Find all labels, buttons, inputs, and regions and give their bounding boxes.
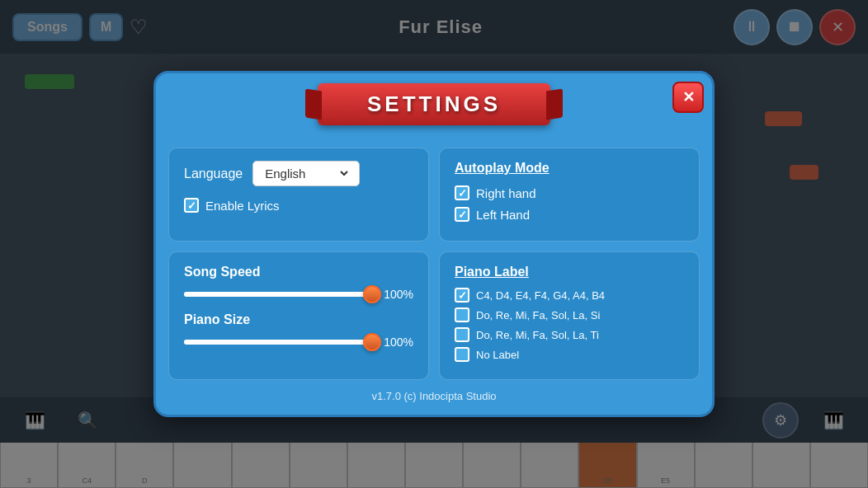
autoplay-title: Autoplay Mode bbox=[455, 161, 684, 176]
settings-header: SETTINGS bbox=[156, 73, 712, 135]
piano-size-thumb[interactable] bbox=[363, 333, 381, 351]
enable-lyrics-checkbox[interactable] bbox=[184, 198, 199, 213]
settings-close-button[interactable]: ✕ bbox=[672, 82, 704, 113]
piano-label-title: Piano Label bbox=[455, 265, 684, 279]
settings-ribbon: SETTINGS bbox=[318, 83, 550, 125]
song-speed-slider-row: 100% bbox=[184, 288, 413, 301]
piano-label-option-1: Do, Re, Mi, Fa, Sol, La, Si bbox=[455, 307, 684, 322]
autoplay-panel: Autoplay Mode Right hand Left Hand bbox=[439, 148, 700, 242]
settings-footer: v1.7.0 (c) Indocipta Studio bbox=[156, 390, 712, 402]
autoplay-right-hand-row: Right hand bbox=[455, 185, 684, 200]
language-select-wrapper: English Español Français Deutsch 中文 日本語 bbox=[252, 161, 360, 186]
speed-panel: Song Speed 100% Piano Size 100% bbox=[168, 251, 429, 380]
piano-label-checkbox-0[interactable] bbox=[455, 288, 469, 303]
piano-size-track bbox=[184, 340, 372, 345]
piano-label-option-3: No Label bbox=[455, 347, 684, 362]
song-speed-track bbox=[184, 292, 372, 297]
piano-label-checkbox-3[interactable] bbox=[455, 347, 469, 362]
piano-label-option-2: Do, Re, Mi, Fa, Sol, La, Ti bbox=[455, 327, 684, 342]
piano-label-checkbox-2[interactable] bbox=[455, 327, 469, 342]
song-speed-title: Song Speed bbox=[184, 265, 413, 279]
settings-dialog: ✕ SETTINGS Language English Español Fran… bbox=[153, 71, 715, 417]
piano-size-slider-row: 100% bbox=[184, 336, 413, 349]
autoplay-left-hand-row: Left Hand bbox=[455, 207, 684, 222]
piano-size-fill bbox=[184, 340, 372, 345]
song-speed-thumb[interactable] bbox=[363, 285, 381, 303]
enable-lyrics-row: Enable Lyrics bbox=[184, 198, 413, 213]
language-panel: Language English Español Français Deutsc… bbox=[168, 148, 429, 242]
piano-label-text-3: No Label bbox=[476, 349, 519, 361]
language-row: Language English Español Français Deutsc… bbox=[184, 161, 413, 186]
settings-title: SETTINGS bbox=[367, 92, 501, 116]
right-hand-checkbox[interactable] bbox=[455, 185, 469, 200]
language-label: Language bbox=[184, 167, 243, 181]
piano-label-checkbox-1[interactable] bbox=[455, 307, 469, 322]
settings-content: Language English Español Français Deutsc… bbox=[156, 148, 712, 380]
piano-label-text-0: C4, D4, E4, F4, G4, A4, B4 bbox=[476, 289, 605, 302]
piano-label-option-0: C4, D4, E4, F4, G4, A4, B4 bbox=[455, 288, 684, 303]
enable-lyrics-label: Enable Lyrics bbox=[205, 199, 280, 213]
song-speed-fill bbox=[184, 292, 372, 297]
left-hand-checkbox[interactable] bbox=[455, 207, 469, 222]
piano-label-text-1: Do, Re, Mi, Fa, Sol, La, Si bbox=[476, 309, 600, 321]
right-hand-label: Right hand bbox=[476, 186, 536, 200]
piano-label-panel: Piano Label C4, D4, E4, F4, G4, A4, B4 D… bbox=[439, 251, 700, 380]
language-dropdown[interactable]: English Español Français Deutsch 中文 日本語 bbox=[262, 166, 351, 181]
left-hand-label: Left Hand bbox=[476, 208, 530, 222]
piano-size-title: Piano Size bbox=[184, 312, 413, 327]
modal-overlay: ✕ SETTINGS Language English Español Fran… bbox=[0, 0, 868, 488]
piano-label-text-2: Do, Re, Mi, Fa, Sol, La, Ti bbox=[476, 329, 599, 341]
piano-size-value: 100% bbox=[380, 336, 413, 349]
song-speed-value: 100% bbox=[380, 288, 413, 301]
